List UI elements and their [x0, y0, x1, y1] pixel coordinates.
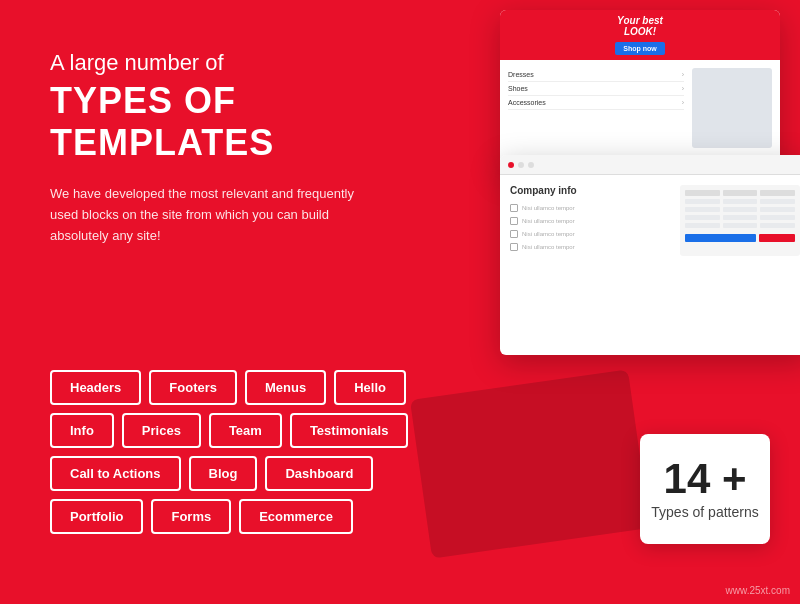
tag-footers[interactable]: Footers — [149, 370, 237, 405]
mockup-nav-bar — [500, 155, 800, 175]
td-2-3 — [760, 207, 795, 212]
td-3-2 — [723, 215, 758, 220]
tag-ecommerce[interactable]: Ecommerce — [239, 499, 353, 534]
form-item-3: Nisi ullamco tempor — [510, 230, 670, 238]
form-item-2: Nisi ullamco tempor — [510, 217, 670, 225]
td-4-2 — [723, 223, 758, 228]
td-2-1 — [685, 207, 720, 212]
mockup-header-section: Your bestLOOK! Shop now — [500, 10, 780, 60]
form-label-4: Nisi ullamco tempor — [522, 244, 575, 250]
th-3 — [760, 190, 795, 196]
main-title: TYPES OF TEMPLATES — [50, 80, 430, 164]
tag-team[interactable]: Team — [209, 413, 282, 448]
table-row-1 — [685, 199, 795, 204]
nav-dot-gray1 — [518, 162, 524, 168]
tag-menus[interactable]: Menus — [245, 370, 326, 405]
form-label-2: Nisi ullamco tempor — [522, 218, 575, 224]
td-3-3 — [760, 215, 795, 220]
tag-dashboard[interactable]: Dashboard — [265, 456, 373, 491]
tag-blog[interactable]: Blog — [189, 456, 258, 491]
form-section: Company info Nisi ullamco tempor Nisi ul… — [510, 185, 670, 256]
mockup-headline: Your bestLOOK! — [615, 15, 664, 37]
tags-row-4: Portfolio Forms Ecommerce — [50, 499, 408, 534]
menu-item-accessories: Accessories › — [508, 96, 684, 110]
form-item-4: Nisi ullamco tempor — [510, 243, 670, 251]
td-4-3 — [760, 223, 795, 228]
menu-item-dresses: Dresses › — [508, 68, 684, 82]
th-1 — [685, 190, 720, 196]
watermark: www.25xt.com — [726, 585, 790, 596]
left-content-area: A large number of TYPES OF TEMPLATES We … — [50, 50, 430, 246]
counter-number: 14 + — [664, 458, 747, 500]
subtitle: A large number of — [50, 50, 430, 76]
shop-now-btn: Shop now — [615, 42, 664, 55]
checkbox-3 — [510, 230, 518, 238]
td-1-1 — [685, 199, 720, 204]
table-header — [685, 190, 795, 196]
tags-row-3: Call to Actions Blog Dashboard — [50, 456, 408, 491]
counter-box: 14 + Types of patterns — [640, 434, 770, 544]
tags-row-2: Info Prices Team Testimonials — [50, 413, 408, 448]
form-title: Company info — [510, 185, 670, 196]
tag-cta[interactable]: Call to Actions — [50, 456, 181, 491]
tags-row-1: Headers Footers Menus Hello — [50, 370, 408, 405]
tag-prices[interactable]: Prices — [122, 413, 201, 448]
mockup-form: Company info Nisi ullamco tempor Nisi ul… — [500, 155, 800, 355]
table-row-4 — [685, 223, 795, 228]
td-4-1 — [685, 223, 720, 228]
td-3-1 — [685, 215, 720, 220]
mockup-form-body: Company info Nisi ullamco tempor Nisi ul… — [500, 175, 800, 266]
td-1-3 — [760, 199, 795, 204]
table-section — [680, 185, 800, 256]
tag-headers[interactable]: Headers — [50, 370, 141, 405]
form-item-1: Nisi ullamco tempor — [510, 204, 670, 212]
tag-testimonials[interactable]: Testimonials — [290, 413, 409, 448]
tag-portfolio[interactable]: Portfolio — [50, 499, 143, 534]
tags-grid: Headers Footers Menus Hello Info Prices … — [50, 370, 408, 534]
th-2 — [723, 190, 758, 196]
checkbox-4 — [510, 243, 518, 251]
mockup-ecommerce: Your bestLOOK! Shop now Dresses › Shoes … — [500, 10, 780, 170]
mockup-body-section: Dresses › Shoes › Accessories › — [500, 60, 780, 156]
tag-hello[interactable]: Hello — [334, 370, 406, 405]
table-buttons — [685, 234, 795, 242]
mockup-menu: Dresses › Shoes › Accessories › — [508, 68, 684, 148]
tag-forms[interactable]: Forms — [151, 499, 231, 534]
table-row-3 — [685, 215, 795, 220]
table-btn-danger — [759, 234, 795, 242]
nav-dot-gray2 — [528, 162, 534, 168]
form-label-1: Nisi ullamco tempor — [522, 205, 575, 211]
td-1-2 — [723, 199, 758, 204]
nav-dot-red — [508, 162, 514, 168]
checkbox-2 — [510, 217, 518, 225]
description: We have developed the most relevant and … — [50, 184, 370, 246]
checkbox-1 — [510, 204, 518, 212]
table-row-2 — [685, 207, 795, 212]
menu-item-shoes: Shoes › — [508, 82, 684, 96]
td-2-2 — [723, 207, 758, 212]
bg-device-decoration — [410, 369, 650, 558]
form-label-3: Nisi ullamco tempor — [522, 231, 575, 237]
mockup-product-image — [692, 68, 772, 148]
table-btn-primary — [685, 234, 756, 242]
counter-label: Types of patterns — [651, 504, 758, 520]
tag-info[interactable]: Info — [50, 413, 114, 448]
